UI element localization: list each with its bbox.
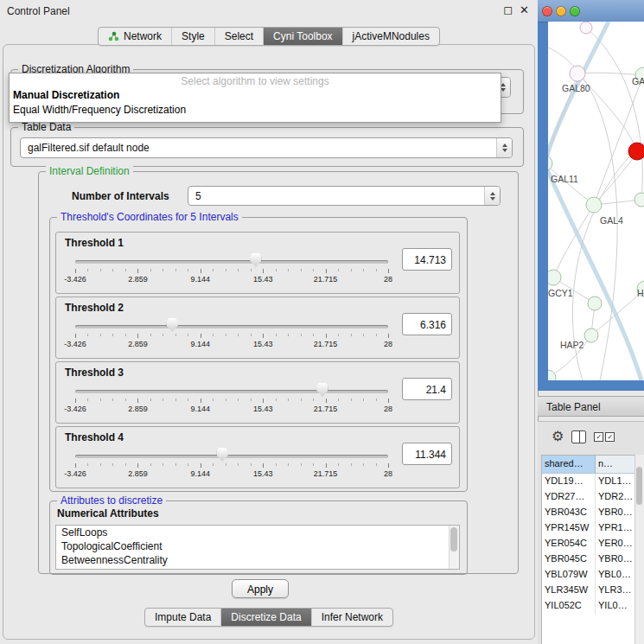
- slider-thumb[interactable]: [316, 383, 328, 397]
- network-node[interactable]: [570, 66, 585, 81]
- slider-thumb[interactable]: [217, 448, 228, 462]
- slider-major-tick: [201, 399, 201, 403]
- table-row[interactable]: YDL19…YDL1…: [542, 474, 634, 489]
- table-data-combobox[interactable]: galFiltered.sif default node: [20, 137, 513, 158]
- network-node[interactable]: [580, 22, 592, 34]
- dropdown-option-manual-discretization[interactable]: Manual Discretization: [10, 88, 501, 103]
- network-node[interactable]: [548, 156, 552, 171]
- network-node-label: GAL4: [600, 215, 623, 226]
- slider-track[interactable]: [75, 390, 388, 393]
- group-title: Table Data: [18, 121, 74, 133]
- slider-minor-tick: [301, 399, 302, 401]
- slider-minor-tick: [251, 463, 252, 466]
- table-row[interactable]: YBL079WYBL0…: [542, 567, 634, 583]
- slider-major-tick: [326, 399, 327, 403]
- threshold-value-field[interactable]: 11.344: [402, 443, 452, 465]
- network-window-titlebar[interactable]: [538, 0, 644, 22]
- slider-major-tick: [201, 269, 201, 273]
- slider-tick-label: -3.426: [64, 469, 86, 478]
- slider-tick-label: -3.426: [64, 275, 86, 284]
- network-node[interactable]: [588, 296, 602, 310]
- slider-minor-tick: [175, 334, 176, 336]
- table-row[interactable]: YDR27…YDR2…: [542, 489, 634, 505]
- threshold-2-slider[interactable]: [75, 318, 388, 334]
- slider-track[interactable]: [75, 325, 388, 328]
- number-of-intervals-combobox[interactable]: 5: [188, 186, 501, 206]
- column-header-shared-name[interactable]: shared…: [542, 456, 596, 473]
- threshold-label: Threshold 1: [65, 237, 124, 249]
- table-row[interactable]: YIL052CYIL0…: [542, 598, 634, 614]
- table-row[interactable]: YBR045CYBR0…: [542, 552, 634, 567]
- table-row[interactable]: YBR043CYBR0…: [542, 505, 634, 520]
- network-node[interactable]: [634, 193, 644, 207]
- list-scrollbar[interactable]: [449, 526, 459, 569]
- threshold-4-slider[interactable]: [75, 448, 388, 463]
- slider-minor-tick: [238, 269, 239, 271]
- slider-track[interactable]: [75, 260, 388, 264]
- scrollbar-thumb[interactable]: [636, 467, 642, 505]
- window-minimize-button[interactable]: [556, 6, 566, 16]
- tab-style[interactable]: Style: [171, 28, 214, 45]
- tab-network[interactable]: Network: [99, 28, 171, 45]
- float-window-icon[interactable]: ◻: [503, 3, 513, 16]
- tab-jactivemnodules[interactable]: jActiveMNodules: [342, 28, 439, 45]
- tab-infer-network[interactable]: Infer Network: [311, 609, 392, 626]
- network-canvas[interactable]: GAL80GAGAL11GAL4GCY1HHAP2: [548, 22, 644, 380]
- tab-discretize-data[interactable]: Discretize Data: [220, 609, 310, 626]
- column-header-name[interactable]: n…: [596, 456, 634, 473]
- network-node-label: HAP2: [560, 340, 584, 350]
- attribute-list-item[interactable]: SelfLoops: [56, 526, 459, 539]
- combo-stepper-icon[interactable]: [496, 138, 512, 157]
- threshold-label: Threshold 3: [65, 367, 124, 379]
- threshold-value-field[interactable]: 6.316: [402, 313, 452, 335]
- network-node[interactable]: [548, 370, 556, 380]
- slider-thumb[interactable]: [250, 253, 261, 267]
- window-close-button[interactable]: [542, 6, 552, 16]
- slider-minor-tick: [150, 463, 151, 466]
- slider-minor-tick: [175, 463, 176, 466]
- network-node[interactable]: [628, 143, 644, 160]
- threshold-1-slider[interactable]: [75, 253, 388, 269]
- tab-label: Style: [182, 30, 205, 42]
- network-node[interactable]: [548, 270, 561, 285]
- control-panel-titlebar[interactable]: Control Panel ◻ ✕: [0, 0, 538, 22]
- close-window-icon[interactable]: ✕: [520, 3, 529, 16]
- tab-cyni-toolbox[interactable]: Cyni Toolbox: [263, 28, 341, 45]
- table-vertical-scrollbar[interactable]: [634, 455, 644, 644]
- dropdown-option-equal-width-frequency[interactable]: Equal Width/Frequency Discretization: [10, 103, 501, 118]
- network-node[interactable]: [586, 197, 602, 213]
- columns-icon[interactable]: [571, 430, 586, 443]
- numerical-attributes-list[interactable]: SelfLoopsTopologicalCoefficientBetweenne…: [55, 525, 460, 570]
- slider-major-tick: [137, 399, 138, 403]
- threshold-value-field[interactable]: 21.4: [402, 378, 452, 400]
- window-zoom-button[interactable]: [570, 6, 580, 16]
- apply-button[interactable]: Apply: [232, 579, 289, 598]
- attribute-list-item[interactable]: BetweennessCentrality: [56, 553, 459, 567]
- select-all-checkbox-icon[interactable]: ✓: [594, 432, 603, 442]
- slider-major-tick: [137, 269, 138, 273]
- slider-minor-tick: [100, 334, 101, 336]
- slider-tick-label: 2.859: [128, 469, 148, 478]
- table-row[interactable]: YER054CYER0…: [542, 536, 634, 552]
- slider-thumb[interactable]: [167, 318, 178, 332]
- slider-minor-tick: [288, 399, 289, 401]
- table-row[interactable]: YPR145WYPR1…: [542, 520, 634, 536]
- slider-minor-tick: [313, 269, 314, 271]
- threshold-value-field[interactable]: 14.713: [402, 248, 452, 271]
- table-row[interactable]: YLR345WYLR3…: [542, 583, 634, 598]
- attribute-list-item[interactable]: TopologicalCoefficient: [56, 539, 459, 553]
- slider-track[interactable]: [75, 455, 388, 458]
- slider-minor-tick: [313, 399, 314, 401]
- dropdown-placeholder-item[interactable]: Select algorithm to view settings: [10, 75, 501, 88]
- select-none-checkbox-icon[interactable]: ✓: [605, 432, 615, 442]
- tab-select[interactable]: Select: [214, 28, 263, 45]
- network-node[interactable]: [584, 328, 598, 342]
- scrollbar-thumb[interactable]: [450, 527, 457, 552]
- slider-minor-tick: [226, 399, 226, 401]
- tab-impute-data[interactable]: Impute Data: [145, 609, 220, 626]
- threshold-3-slider[interactable]: [75, 383, 388, 399]
- slider-minor-tick: [112, 399, 113, 401]
- combo-stepper-icon[interactable]: [484, 187, 500, 205]
- slider-minor-tick: [175, 399, 176, 401]
- gear-icon[interactable]: ⚙: [552, 430, 564, 443]
